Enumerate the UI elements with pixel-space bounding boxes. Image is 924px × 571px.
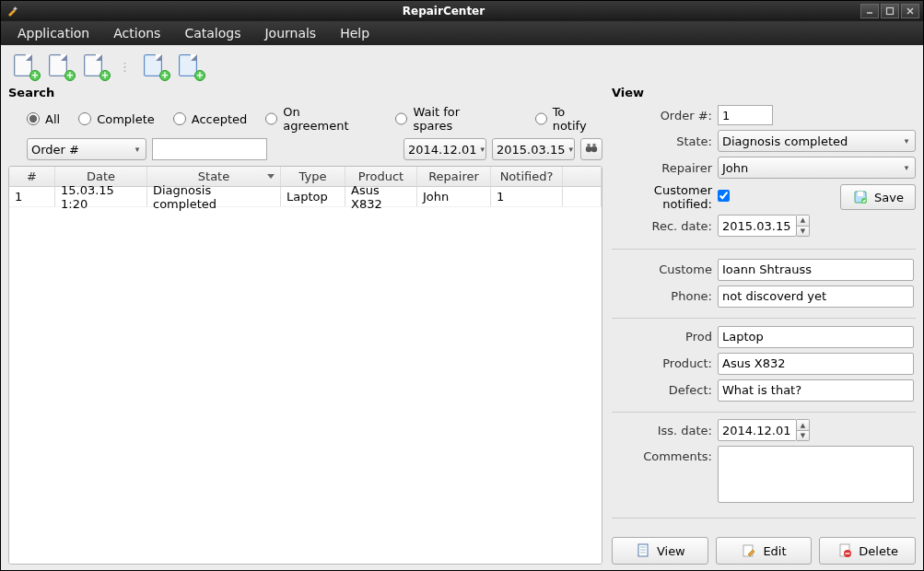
recdate-label: Rec. date: bbox=[612, 219, 718, 233]
radio-on-agreement-label: On agreement bbox=[283, 105, 349, 133]
search-field-combo[interactable]: Order #▾ bbox=[27, 138, 146, 160]
close-button[interactable] bbox=[901, 4, 919, 18]
search-button[interactable] bbox=[580, 138, 602, 160]
cell-date: 15.03.15 1:20 bbox=[55, 187, 147, 206]
binoculars-icon bbox=[584, 141, 599, 158]
search-title: Search bbox=[8, 86, 602, 99]
defect-input[interactable] bbox=[718, 379, 914, 402]
prodtype-input[interactable] bbox=[718, 326, 914, 348]
issdate-value[interactable] bbox=[718, 419, 797, 441]
filter-row: Order #▾ 2014.12.01▾ 2015.03.15▾ bbox=[8, 138, 602, 166]
col-state[interactable]: State bbox=[147, 167, 281, 186]
product-label: Product: bbox=[612, 356, 718, 370]
svg-rect-11 bbox=[858, 192, 863, 196]
menu-application[interactable]: Application bbox=[6, 22, 100, 44]
maximize-button[interactable] bbox=[881, 4, 899, 18]
menubar: Application Actions Catalogs Journals He… bbox=[1, 21, 923, 45]
chevron-down-icon: ▾ bbox=[902, 136, 911, 146]
save-button-label: Save bbox=[874, 191, 904, 204]
svg-rect-2 bbox=[887, 8, 894, 15]
issdate-label: Iss. date: bbox=[612, 424, 718, 437]
cell-type: Laptop bbox=[281, 187, 345, 206]
radio-wait-spares-label: Wait for spares bbox=[413, 105, 481, 133]
col-type[interactable]: Type bbox=[281, 167, 345, 186]
col-date[interactable]: Date bbox=[55, 167, 147, 186]
date-from-label: 2014.12.01 bbox=[408, 143, 476, 157]
comments-input[interactable] bbox=[718, 446, 914, 503]
radio-complete-label: Complete bbox=[97, 112, 155, 126]
toolbar-new-doc-1[interactable]: + bbox=[14, 54, 38, 78]
toolbar-new-doc-2[interactable]: + bbox=[49, 54, 73, 78]
recdate-value[interactable] bbox=[718, 215, 797, 237]
col-num[interactable]: # bbox=[9, 167, 55, 186]
spin-down-icon[interactable]: ▼ bbox=[797, 430, 809, 441]
app-icon bbox=[5, 4, 19, 18]
toolbar-new-doc-5[interactable]: + bbox=[179, 54, 203, 78]
view-panel: View Order #: State:Diagnosis completed▾… bbox=[612, 86, 916, 565]
order-input[interactable] bbox=[718, 105, 773, 125]
radio-accepted-label: Accepted bbox=[192, 112, 248, 126]
order-label: Order #: bbox=[612, 109, 718, 122]
svg-rect-8 bbox=[588, 144, 591, 147]
svg-rect-20 bbox=[846, 553, 850, 554]
menu-actions[interactable]: Actions bbox=[102, 22, 171, 44]
radio-wait-spares[interactable]: Wait for spares bbox=[395, 105, 481, 133]
comments-label: Comments: bbox=[612, 446, 718, 463]
spin-down-icon[interactable]: ▼ bbox=[797, 226, 809, 237]
radio-all-label: All bbox=[45, 112, 60, 126]
radio-on-agreement[interactable]: On agreement bbox=[265, 105, 349, 133]
date-to-label: 2015.03.15 bbox=[497, 143, 565, 157]
delete-icon bbox=[836, 542, 853, 559]
table-body: 1 15.03.15 1:20 Diagnosis completed Lapt… bbox=[9, 187, 602, 564]
search-value-input[interactable] bbox=[152, 138, 267, 160]
toolbar-new-doc-4[interactable]: + bbox=[144, 54, 168, 78]
col-repairer[interactable]: Repairer bbox=[417, 167, 491, 186]
notified-label: Customer notified: bbox=[612, 183, 718, 211]
date-from-combo[interactable]: 2014.12.01▾ bbox=[404, 138, 486, 160]
separator bbox=[612, 518, 916, 519]
radio-all[interactable]: All bbox=[27, 112, 60, 126]
repairer-label: Repairer bbox=[612, 161, 718, 175]
radio-to-notify[interactable]: To notify bbox=[535, 105, 590, 133]
spin-up-icon[interactable]: ▲ bbox=[797, 216, 809, 226]
edit-button[interactable]: Edit bbox=[716, 537, 813, 565]
radio-complete[interactable]: Complete bbox=[78, 112, 155, 126]
product-input[interactable] bbox=[718, 353, 914, 375]
cell-spacer bbox=[563, 187, 602, 206]
recdate-input[interactable]: ▲▼ bbox=[718, 215, 810, 237]
separator bbox=[612, 249, 916, 250]
menu-catalogs[interactable]: Catalogs bbox=[173, 22, 251, 44]
save-button[interactable]: Save bbox=[840, 184, 916, 210]
issdate-input[interactable]: ▲▼ bbox=[718, 419, 810, 441]
toolbar-separator: ⋮ bbox=[119, 60, 133, 74]
delete-button[interactable]: Delete bbox=[819, 537, 916, 565]
view-button[interactable]: View bbox=[612, 537, 708, 565]
date-to-combo[interactable]: 2015.03.15▾ bbox=[492, 138, 575, 160]
col-product[interactable]: Product bbox=[345, 167, 417, 186]
menu-help[interactable]: Help bbox=[329, 22, 380, 44]
save-icon bbox=[852, 189, 869, 205]
repairer-combo[interactable]: John▾ bbox=[718, 157, 916, 179]
defect-label: Defect: bbox=[612, 383, 718, 397]
minimize-button[interactable] bbox=[860, 4, 879, 18]
titlebar: RepairCenter bbox=[1, 1, 923, 21]
col-notified[interactable]: Notified? bbox=[491, 167, 563, 186]
orders-table: # Date State Type Product Repairer Notif… bbox=[8, 166, 602, 565]
notified-checkbox[interactable] bbox=[718, 190, 730, 202]
state-combo[interactable]: Diagnosis completed▾ bbox=[718, 130, 916, 152]
document-icon bbox=[635, 542, 651, 559]
toolbar-new-doc-3[interactable]: + bbox=[84, 54, 108, 78]
menu-journals[interactable]: Journals bbox=[253, 22, 327, 44]
radio-accepted[interactable]: Accepted bbox=[173, 112, 248, 126]
search-field-combo-label: Order # bbox=[31, 143, 79, 157]
table-header: # Date State Type Product Repairer Notif… bbox=[9, 167, 602, 187]
view-button-label: View bbox=[657, 544, 685, 558]
cell-num: 1 bbox=[9, 187, 55, 206]
svg-rect-7 bbox=[590, 147, 593, 150]
customer-input[interactable] bbox=[718, 259, 914, 281]
search-radios: All Complete Accepted On agreement Wait … bbox=[8, 101, 602, 138]
table-row[interactable]: 1 15.03.15 1:20 Diagnosis completed Lapt… bbox=[9, 187, 602, 207]
radio-to-notify-label: To notify bbox=[553, 105, 590, 133]
spin-up-icon[interactable]: ▲ bbox=[797, 420, 809, 430]
phone-input[interactable] bbox=[718, 286, 914, 308]
